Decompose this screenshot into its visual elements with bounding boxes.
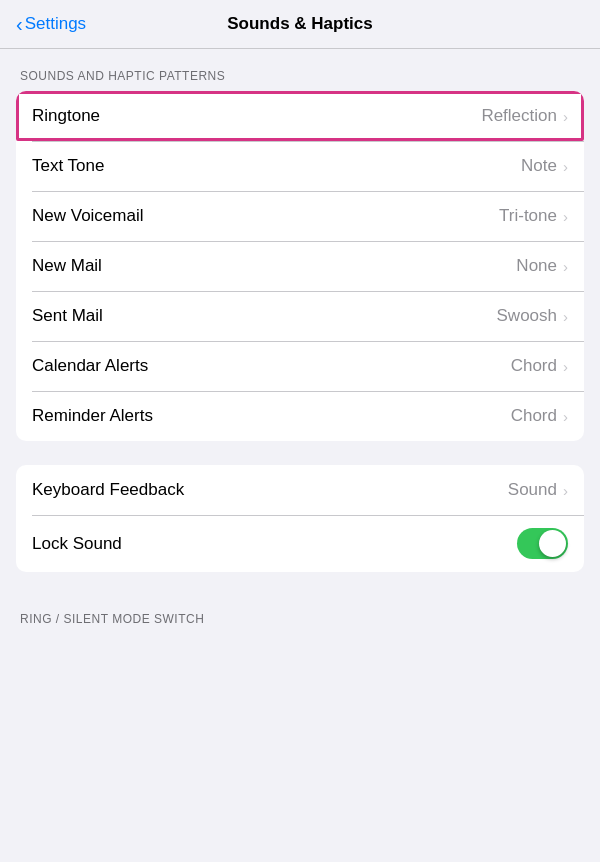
ringtone-chevron-icon: ›	[563, 108, 568, 125]
lock-sound-row[interactable]: Lock Sound	[16, 515, 584, 572]
chevron-left-icon: ‹	[16, 13, 23, 36]
keyboard-feedback-value: Sound	[508, 480, 557, 500]
calendar-alerts-row[interactable]: Calendar Alerts Chord ›	[16, 341, 584, 391]
text-tone-label: Text Tone	[32, 156, 104, 176]
page-title: Sounds & Haptics	[227, 14, 372, 34]
new-mail-chevron-icon: ›	[563, 258, 568, 275]
sent-mail-row[interactable]: Sent Mail Swoosh ›	[16, 291, 584, 341]
text-tone-chevron-icon: ›	[563, 158, 568, 175]
new-voicemail-value-group: Tri-tone ›	[499, 206, 568, 226]
new-voicemail-row[interactable]: New Voicemail Tri-tone ›	[16, 191, 584, 241]
text-tone-value-group: Note ›	[521, 156, 568, 176]
keyboard-feedback-row[interactable]: Keyboard Feedback Sound ›	[16, 465, 584, 515]
text-tone-row[interactable]: Text Tone Note ›	[16, 141, 584, 191]
reminder-alerts-chevron-icon: ›	[563, 408, 568, 425]
new-mail-value-group: None ›	[516, 256, 568, 276]
lock-sound-toggle[interactable]	[517, 528, 568, 559]
sent-mail-value-group: Swoosh ›	[497, 306, 568, 326]
toggle-knob	[539, 530, 566, 557]
sounds-haptic-patterns-card: Ringtone Reflection › Text Tone Note › N…	[16, 91, 584, 441]
keyboard-feedback-chevron-icon: ›	[563, 482, 568, 499]
keyboard-feedback-value-group: Sound ›	[508, 480, 568, 500]
sent-mail-value: Swoosh	[497, 306, 557, 326]
calendar-alerts-value: Chord	[511, 356, 557, 376]
calendar-alerts-chevron-icon: ›	[563, 358, 568, 375]
section3-label: RING / SILENT MODE SWITCH	[0, 592, 600, 634]
calendar-alerts-value-group: Chord ›	[511, 356, 568, 376]
back-label: Settings	[25, 14, 86, 34]
new-mail-row[interactable]: New Mail None ›	[16, 241, 584, 291]
new-voicemail-label: New Voicemail	[32, 206, 144, 226]
reminder-alerts-value: Chord	[511, 406, 557, 426]
sent-mail-label: Sent Mail	[32, 306, 103, 326]
new-voicemail-chevron-icon: ›	[563, 208, 568, 225]
calendar-alerts-label: Calendar Alerts	[32, 356, 148, 376]
back-button[interactable]: ‹ Settings	[16, 13, 86, 36]
ringtone-value: Reflection	[481, 106, 557, 126]
ringtone-row[interactable]: Ringtone Reflection ›	[16, 91, 584, 141]
reminder-alerts-row[interactable]: Reminder Alerts Chord ›	[16, 391, 584, 441]
reminder-alerts-label: Reminder Alerts	[32, 406, 153, 426]
new-mail-label: New Mail	[32, 256, 102, 276]
sent-mail-chevron-icon: ›	[563, 308, 568, 325]
new-voicemail-value: Tri-tone	[499, 206, 557, 226]
section1-label: SOUNDS AND HAPTIC PATTERNS	[0, 49, 600, 91]
reminder-alerts-value-group: Chord ›	[511, 406, 568, 426]
feedback-card: Keyboard Feedback Sound › Lock Sound	[16, 465, 584, 572]
lock-sound-label: Lock Sound	[32, 534, 122, 554]
keyboard-feedback-label: Keyboard Feedback	[32, 480, 184, 500]
new-mail-value: None	[516, 256, 557, 276]
header: ‹ Settings Sounds & Haptics	[0, 0, 600, 49]
ringtone-value-group: Reflection ›	[481, 106, 568, 126]
text-tone-value: Note	[521, 156, 557, 176]
ringtone-label: Ringtone	[32, 106, 100, 126]
